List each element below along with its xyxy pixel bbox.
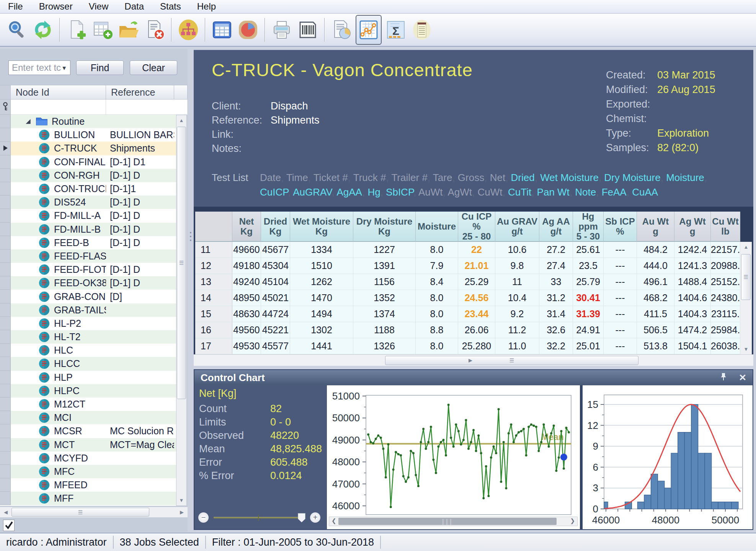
tree-filter-row[interactable] (0, 99, 188, 115)
test-item-note[interactable]: Note (575, 186, 596, 198)
tree-row[interactable]: FD-MILL-B[D-1] D (0, 223, 176, 236)
cell[interactable]: 45677 (261, 242, 290, 258)
test-item-tare[interactable]: Tare (433, 172, 452, 183)
column-header-moisture[interactable]: Moisture (416, 212, 458, 242)
close-icon[interactable]: ✕ (739, 372, 746, 383)
cell[interactable]: 7.9 (416, 258, 458, 274)
cell[interactable]: 8.0 (416, 290, 458, 306)
cell[interactable]: 27.2 (539, 242, 573, 258)
test-item-moisture[interactable]: Moisture (666, 172, 704, 183)
cell[interactable]: 506.5 (637, 322, 674, 338)
cell[interactable]: 49240 (232, 274, 261, 290)
tree-row[interactable]: FEED-B[D-1] D (0, 236, 176, 249)
column-header-cu-icp[interactable]: Cu ICP%25 - 80 (458, 212, 495, 242)
tree-node-hl-p2[interactable]: HL-P2 (11, 317, 106, 330)
tree-row[interactable]: FEED-FLASH (0, 249, 176, 263)
notes-icon[interactable] (410, 16, 434, 44)
tree-node-feed-flash[interactable]: FEED-FLASH (11, 249, 106, 263)
cell[interactable]: 1241.3 (674, 258, 711, 274)
chart-horizontal-scrollbar[interactable]: ❮ │││ ❯ (329, 517, 578, 526)
cell[interactable]: 49530 (232, 338, 261, 354)
cell[interactable]: 1334 (290, 242, 353, 258)
tree-row[interactable]: BULLIONBULLION BARS (0, 128, 176, 142)
tree-row[interactable]: MCYFD (0, 452, 176, 465)
cell[interactable]: 32.6 (539, 322, 573, 338)
cell[interactable]: 30.41 (573, 290, 604, 306)
sigma-icon[interactable]: Σ (384, 16, 408, 44)
test-item-time[interactable]: Time (286, 172, 308, 183)
scroll-left-icon[interactable]: ◀ (3, 509, 8, 515)
cell[interactable]: 8.8 (416, 322, 458, 338)
cell[interactable]: 496.1 (637, 274, 674, 290)
cell[interactable]: 31.39 (573, 306, 604, 322)
test-item-wet-moisture[interactable]: Wet Moisture (540, 172, 599, 183)
tree-row[interactable]: FEED-OK38[D-1] D (0, 276, 176, 290)
cell[interactable]: 45577 (261, 338, 290, 354)
column-header-cu-wt[interactable]: Cu Wtlb (711, 212, 740, 242)
tree-vscroll-thumb[interactable]: ☰ (177, 127, 186, 399)
column-header-sb-icp[interactable]: Sb ICP% (604, 212, 637, 242)
tree-node-mcyfd[interactable]: MCYFD (11, 452, 106, 465)
cell[interactable]: 45304 (261, 258, 290, 274)
test-item-cutit[interactable]: CuTit (508, 186, 531, 198)
cell[interactable]: 9.8 (495, 258, 539, 274)
tree-node-m12ct[interactable]: M12CT (11, 398, 106, 411)
test-item-agwt[interactable]: AgWt (448, 186, 472, 198)
tree-header-node-id[interactable]: Node Id (11, 85, 106, 99)
test-item-date[interactable]: Date (260, 172, 281, 183)
filter-node-id-cell[interactable] (11, 99, 106, 115)
column-header-wet-moisture[interactable]: Wet MoistureKg (290, 212, 353, 242)
expand-collapse-icon[interactable] (25, 119, 31, 124)
test-item-sbicp[interactable]: SbICP (386, 186, 413, 198)
chevron-down-icon[interactable]: ▼ (61, 65, 67, 71)
table-row[interactable]: 164956045221130211888.826.0611.232.624.9… (195, 322, 740, 338)
control-chart-icon[interactable] (356, 15, 382, 45)
column-header-dry-moisture[interactable]: Dry MoistureKg (353, 212, 416, 242)
pie-chart-icon[interactable] (236, 16, 260, 44)
test-item-ticket-[interactable]: Ticket # (314, 172, 348, 183)
tree-node-mff[interactable]: MFF (11, 492, 106, 505)
cell[interactable]: 23.5 (573, 258, 604, 274)
cell[interactable]: 1188 (353, 322, 416, 338)
cell[interactable]: 1441 (290, 338, 353, 354)
panel-splitter[interactable] (188, 49, 194, 532)
tree-row[interactable]: HLPC (0, 384, 176, 398)
table-row[interactable]: 144895045021147013528.024.5610.431.230.4… (195, 290, 740, 306)
cell[interactable]: 1391 (353, 258, 416, 274)
cell[interactable]: 1510 (290, 258, 353, 274)
test-item-gross[interactable]: Gross (458, 172, 484, 183)
scroll-right-icon[interactable]: ❯ (570, 517, 575, 524)
hierarchy-icon[interactable] (176, 16, 200, 44)
cell[interactable]: 31.4 (539, 306, 573, 322)
table-row[interactable]: 114966045677133412278.02210.627.225.61--… (195, 242, 740, 258)
tree-node-hlp[interactable]: HLP (11, 371, 106, 384)
tree-node-dis524[interactable]: DIS524 (11, 196, 106, 209)
tree-node-hlc[interactable]: HLC (11, 344, 106, 357)
cell[interactable]: 1474.2 (674, 322, 711, 338)
tree-horizontal-scrollbar[interactable]: ◀ ☰ ▶ (0, 507, 188, 517)
column-header-net[interactable]: NetKg (232, 212, 261, 242)
new-document-icon[interactable] (65, 16, 88, 44)
scroll-right-icon[interactable]: ▶ (179, 509, 185, 515)
test-item-cuicp[interactable]: CuICP (260, 186, 288, 198)
cell[interactable]: 48950 (232, 290, 261, 306)
menu-stats[interactable]: Stats (152, 0, 189, 13)
menu-view[interactable]: View (81, 0, 117, 13)
cell[interactable]: --- (604, 274, 637, 290)
cell[interactable]: 10.4 (495, 290, 539, 306)
cell[interactable]: 11.0 (495, 338, 539, 354)
menu-data[interactable]: Data (116, 0, 152, 13)
tree-row[interactable]: HLC (0, 344, 176, 357)
tree-row[interactable]: MFF (0, 492, 176, 505)
cell[interactable]: 411.5 (637, 306, 674, 322)
tree-node-mfc[interactable]: MFC (11, 465, 106, 478)
tree-node-routine[interactable]: Routine (11, 115, 106, 128)
column-header-rownum[interactable] (195, 212, 232, 242)
tree-node-hlpc[interactable]: HLPC (11, 384, 106, 398)
tree-node-con-final[interactable]: CON-FINAL (11, 155, 106, 169)
cell[interactable]: 1227 (353, 242, 416, 258)
slider-thumb[interactable] (298, 513, 305, 522)
column-header-au-grav[interactable]: Au GRAVg/t (495, 212, 539, 242)
tree-row[interactable]: MCTMCT=Mag Clean.. (0, 438, 176, 452)
cell[interactable]: 45221 (261, 322, 290, 338)
